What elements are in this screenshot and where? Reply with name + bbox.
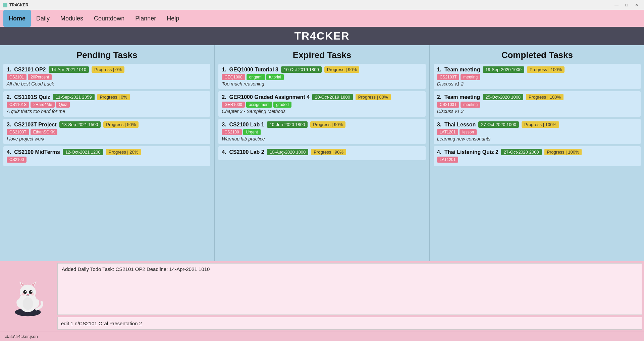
tag: Quiz xyxy=(56,102,70,108)
pending-column: Pending Tasks 1. CS2101 OP2 14-Apr-2021 … xyxy=(0,45,215,261)
table-row: 4. CS2100 MidTerms 12-Oct-2021 1200 Prog… xyxy=(3,146,210,166)
task-title: 4. Thai Listening Quiz 2 xyxy=(437,149,498,155)
minimize-button[interactable]: — xyxy=(612,2,621,8)
status-text: .\data\tr4cker.json xyxy=(3,334,38,339)
task-header: 4. CS2100 Lab 2 10-Aug-2020 1800 Progres… xyxy=(222,149,422,155)
bottom-area: Added Daily Todo Task: CS2101 OP2 Deadli… xyxy=(0,261,644,332)
progress-badge: Progress | 90% xyxy=(310,121,345,128)
menu-item-home[interactable]: Home xyxy=(3,10,31,27)
progress-badge: Progress | 100% xyxy=(544,149,582,155)
date-badge: 12-Oct-2021 1200 xyxy=(63,149,103,155)
svg-point-9 xyxy=(25,291,26,292)
progress-badge: Progress | 90% xyxy=(311,149,346,155)
date-badge: 25-Oct-2020 1000 xyxy=(483,94,523,100)
menu-item-help[interactable]: Help xyxy=(161,10,184,27)
task-header: 3. CS2103T Project 13-Sep-2021 1500 Prog… xyxy=(7,121,207,128)
date-badge: 10-Jun-2020 1800 xyxy=(267,121,308,128)
tags-row: CS2103T meeting xyxy=(437,102,637,108)
tag: CS2103T xyxy=(437,102,460,108)
tag: CS2100 xyxy=(222,129,241,135)
svg-point-11 xyxy=(27,294,29,295)
task-header: 4. Thai Listening Quiz 2 27-Oct-2020 200… xyxy=(437,149,637,155)
tag: LAT1201 xyxy=(437,129,459,135)
tag: assignment xyxy=(246,102,272,108)
table-row: 2. CS1101S Quiz 11-Sep-2021 2359 Progres… xyxy=(3,91,210,117)
task-note: Discuss v1.3 xyxy=(437,109,637,114)
tag: tutorial xyxy=(266,74,284,80)
completed-column: Completed Tasks 1. Team meeting 19-Sep-2… xyxy=(430,45,644,261)
mascot-icon xyxy=(8,276,48,317)
tag: GER1000 xyxy=(222,102,245,108)
task-note: A quiz that's too hard for me xyxy=(7,109,207,114)
menu-bar: Home Daily Modules Countdown Planner Hel… xyxy=(0,10,644,27)
log-area: Added Daily Todo Task: CS2101 OP2 Deadli… xyxy=(55,261,644,332)
pending-scroll[interactable]: 1. CS2101 OP2 14-Apr-2021 1010 Progress … xyxy=(0,64,214,261)
table-row: 2. GER1000 Graded Assignment 4 20-Oct-20… xyxy=(218,91,425,117)
svg-point-10 xyxy=(31,291,32,292)
menu-item-daily[interactable]: Daily xyxy=(31,10,55,27)
tags-row: LAT1201 lesson xyxy=(437,129,637,135)
table-row: 4. CS2100 Lab 2 10-Aug-2020 1800 Progres… xyxy=(218,146,425,160)
expired-scroll[interactable]: 1. GEQ1000 Tutorial 3 10-Oct-2019 1800 P… xyxy=(215,64,429,261)
title-bar-left: TR4CKER xyxy=(3,3,29,7)
completed-header: Completed Tasks xyxy=(430,45,644,64)
tags-row: GER1000 assignment graded xyxy=(222,102,422,108)
task-note: Learning new consonants xyxy=(437,136,637,141)
task-title: 1. Team meeting xyxy=(437,67,480,73)
tag: Urgent xyxy=(243,129,261,135)
task-title: 4. CS2100 MidTerms xyxy=(7,149,60,155)
date-badge: 27-Oct-2020 1000 xyxy=(478,121,519,128)
task-title: 3. Thai Lesson xyxy=(437,122,476,128)
tag: GEQ1000 xyxy=(222,74,245,80)
progress-badge: Progress | 0% xyxy=(97,94,130,100)
command-input[interactable]: edit 1 n/CS2101 Oral Presentation 2 xyxy=(57,317,642,330)
task-header: 2. Team meeting 25-Oct-2020 1000 Progres… xyxy=(437,94,637,100)
task-note: Chapter 3 - Sampling Methods xyxy=(222,109,422,114)
close-button[interactable]: ✕ xyxy=(632,2,641,8)
svg-point-14 xyxy=(22,297,33,310)
date-badge: 10-Aug-2020 1800 xyxy=(267,149,309,155)
progress-badge: Progress | 90% xyxy=(324,66,360,73)
svg-point-13 xyxy=(31,293,34,296)
window-controls: — □ ✕ xyxy=(612,2,641,8)
main-content: Pending Tasks 1. CS2101 OP2 14-Apr-2021 … xyxy=(0,45,644,261)
title-bar-text: TR4CKER xyxy=(9,3,29,7)
date-badge: 27-Oct-2020 2000 xyxy=(501,149,542,155)
task-title: 1. CS2101 OP2 xyxy=(7,67,46,73)
tag: CS1101S xyxy=(7,102,29,108)
task-title: 2. GER1000 Graded Assignment 4 xyxy=(222,94,310,100)
task-title: 2. CS1101S Quiz xyxy=(7,94,50,100)
tag: 20Percent xyxy=(28,74,52,80)
expired-column: Expired Tasks 1. GEQ1000 Tutorial 3 10-O… xyxy=(215,45,430,261)
table-row: 4. Thai Listening Quiz 2 27-Oct-2020 200… xyxy=(434,146,641,166)
date-badge: 13-Sep-2021 1500 xyxy=(59,121,101,128)
task-header: 3. Thai Lesson 27-Oct-2020 1000 Progress… xyxy=(437,121,637,128)
date-badge: 11-Sep-2021 2359 xyxy=(53,94,95,100)
task-header: 3. CS2100 Lab 1 10-Jun-2020 1800 Progres… xyxy=(222,121,422,128)
progress-badge: Progress | 100% xyxy=(526,94,564,100)
task-note: Discuss v1.2 xyxy=(437,81,637,87)
tag: LAT1201 xyxy=(437,157,459,163)
task-title: 2. Team meeting xyxy=(437,94,480,100)
date-badge: 10-Oct-2019 1800 xyxy=(281,66,322,73)
tags-row: CS1101S 2Hard4Me Quiz xyxy=(7,102,207,108)
task-header: 1. CS2101 OP2 14-Apr-2021 1010 Progress … xyxy=(7,66,207,73)
table-row: 3. CS2100 Lab 1 10-Jun-2020 1800 Progres… xyxy=(218,119,425,144)
menu-item-modules[interactable]: Modules xyxy=(55,10,89,27)
progress-badge: Progress | 20% xyxy=(106,149,141,155)
menu-item-countdown[interactable]: Countdown xyxy=(89,10,130,27)
tags-row: CS2101 20Percent xyxy=(7,74,207,80)
tag: meeting xyxy=(461,74,480,80)
maximize-button[interactable]: □ xyxy=(622,2,631,8)
task-note: Warmup lab practice xyxy=(222,136,422,141)
completed-scroll[interactable]: 1. Team meeting 19-Sep-2020 1000 Progres… xyxy=(430,64,644,261)
tags-row: CS2100 xyxy=(7,157,207,163)
table-row: 1. GEQ1000 Tutorial 3 10-Oct-2019 1800 P… xyxy=(218,64,425,89)
task-note: Too much reasoning xyxy=(222,81,422,87)
table-row: 1. CS2101 OP2 14-Apr-2021 1010 Progress … xyxy=(3,64,210,89)
app-title: TR4CKER xyxy=(294,30,350,42)
table-row: 3. CS2103T Project 13-Sep-2021 1500 Prog… xyxy=(3,119,210,144)
menu-item-planner[interactable]: Planner xyxy=(130,10,161,27)
table-row: 1. Team meeting 19-Sep-2020 1000 Progres… xyxy=(434,64,641,89)
tags-row: CS2103T EthanSGKK xyxy=(7,129,207,135)
